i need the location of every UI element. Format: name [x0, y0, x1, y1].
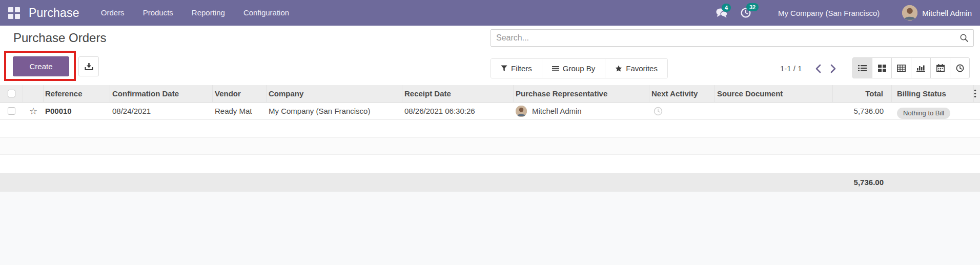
messages-button[interactable]: 4	[716, 8, 728, 18]
user-name: Mitchell Admin	[922, 9, 972, 17]
favorite-star-icon[interactable]: ☆	[29, 107, 37, 116]
row-star-cell: ☆	[23, 103, 44, 119]
cell-confirmation-date[interactable]: 08/24/2021	[110, 103, 213, 119]
filters-label: Filters	[511, 64, 532, 73]
table-footer-sum-row: 5,736.00	[0, 173, 980, 192]
search-bar	[491, 29, 974, 47]
create-button[interactable]: Create	[13, 56, 69, 76]
content-background	[0, 192, 980, 265]
header-star-cell	[23, 85, 44, 102]
empty-row	[0, 120, 980, 137]
empty-row	[0, 137, 980, 155]
select-all-checkbox[interactable]	[8, 90, 15, 97]
pivot-view-icon	[897, 65, 906, 72]
reference-value: P00010	[45, 107, 72, 115]
table-header-row: Reference Confirmation Date Vendor Compa…	[0, 85, 980, 103]
top-navbar: Purchase Orders Products Reporting Confi…	[0, 0, 980, 26]
pager-next-button[interactable]	[827, 63, 839, 74]
search-options: Filters Group By Favorites	[491, 58, 668, 78]
cell-total[interactable]: 5,736.00	[833, 103, 892, 119]
graph-view-button[interactable]	[911, 57, 931, 78]
cell-vendor[interactable]: Ready Mat	[213, 103, 267, 119]
cell-billing-status[interactable]: Nothing to Bill	[892, 103, 974, 119]
menu-orders[interactable]: Orders	[101, 0, 125, 26]
header-confirmation-date[interactable]: Confirmation Date	[110, 85, 213, 102]
cell-source-document[interactable]	[715, 103, 833, 119]
footer-total-value: 5,736.00	[833, 173, 892, 192]
list-view-icon	[858, 65, 867, 72]
pager-previous-button[interactable]	[812, 63, 824, 74]
menu-products[interactable]: Products	[143, 0, 173, 26]
chevron-right-icon	[830, 64, 836, 73]
cell-next-activity	[649, 103, 715, 119]
main-menu: Orders Products Reporting Configuration	[101, 0, 289, 26]
row-checkbox-cell	[0, 103, 23, 119]
next-activity-clock-icon[interactable]	[654, 107, 663, 116]
calendar-view-button[interactable]	[930, 57, 950, 78]
page-title: Purchase Orders	[13, 31, 106, 45]
cell-receipt-date[interactable]: 08/26/2021 06:30:26	[402, 103, 514, 119]
pivot-view-button[interactable]	[891, 57, 911, 78]
filters-button[interactable]: Filters	[491, 59, 542, 78]
representative-name: Mitchell Admin	[532, 103, 582, 119]
search-icon	[959, 33, 969, 43]
billing-status-badge: Nothing to Bill	[897, 108, 950, 119]
group-by-button[interactable]: Group By	[542, 59, 605, 78]
table-row[interactable]: ☆ P00010 08/24/2021 Ready Mat My Company…	[0, 103, 980, 120]
group-by-icon	[552, 66, 559, 72]
pager-range[interactable]: 1-1 / 1	[780, 64, 809, 73]
activities-count-badge: 32	[746, 3, 759, 11]
list-view-button[interactable]	[852, 57, 872, 78]
favorites-button[interactable]: Favorites	[605, 59, 667, 78]
export-button[interactable]	[78, 56, 99, 76]
header-purchase-representative[interactable]: Purchase Representative	[514, 85, 649, 102]
header-source-document[interactable]: Source Document	[715, 85, 833, 102]
chevron-left-icon	[815, 64, 822, 73]
cell-company[interactable]: My Company (San Francisco)	[267, 103, 402, 119]
header-billing-status[interactable]: Billing Status	[892, 85, 974, 102]
header-total[interactable]: Total	[833, 85, 892, 102]
header-vendor[interactable]: Vendor	[213, 85, 267, 102]
calendar-view-icon	[936, 64, 945, 72]
empty-row	[0, 155, 980, 173]
activity-view-button[interactable]	[950, 57, 970, 78]
row-checkbox[interactable]	[8, 107, 15, 115]
filter-funnel-icon	[501, 65, 507, 72]
header-reference[interactable]: Reference	[44, 85, 110, 102]
kanban-view-icon	[878, 65, 886, 72]
purchase-app-page: Purchase Orders Products Reporting Confi…	[0, 0, 980, 265]
representative-avatar	[516, 106, 527, 117]
group-by-label: Group By	[563, 64, 595, 73]
search-input[interactable]	[491, 29, 974, 47]
header-company[interactable]: Company	[267, 85, 402, 102]
download-icon	[85, 63, 93, 71]
optional-columns-cell	[974, 85, 980, 102]
menu-reporting[interactable]: Reporting	[192, 0, 225, 26]
user-avatar	[902, 5, 917, 21]
app-brand[interactable]: Purchase	[29, 6, 79, 20]
graph-view-icon	[916, 65, 925, 72]
favorites-label: Favorites	[626, 64, 658, 73]
activity-view-icon	[956, 64, 964, 72]
messages-count-badge: 4	[722, 4, 731, 12]
company-switcher[interactable]: My Company (San Francisco)	[778, 9, 880, 17]
cell-reference[interactable]: P00010	[44, 103, 110, 119]
header-receipt-date[interactable]: Receipt Date	[402, 85, 514, 102]
kanban-view-button[interactable]	[872, 57, 892, 78]
activities-button[interactable]: 32	[740, 7, 751, 18]
column-options-dots-icon[interactable]	[974, 89, 976, 98]
purchase-orders-table: Reference Confirmation Date Vendor Compa…	[0, 85, 980, 265]
favorites-star-icon	[615, 65, 622, 72]
pager: 1-1 / 1	[780, 58, 839, 78]
menu-configuration[interactable]: Configuration	[243, 0, 289, 26]
header-next-activity[interactable]: Next Activity	[649, 85, 715, 102]
user-menu[interactable]: Mitchell Admin	[902, 5, 972, 21]
view-switcher	[852, 57, 970, 78]
cell-purchase-representative[interactable]: Mitchell Admin	[514, 103, 649, 119]
apps-grid-icon[interactable]	[7, 6, 21, 19]
select-all-checkbox-cell	[0, 85, 23, 102]
